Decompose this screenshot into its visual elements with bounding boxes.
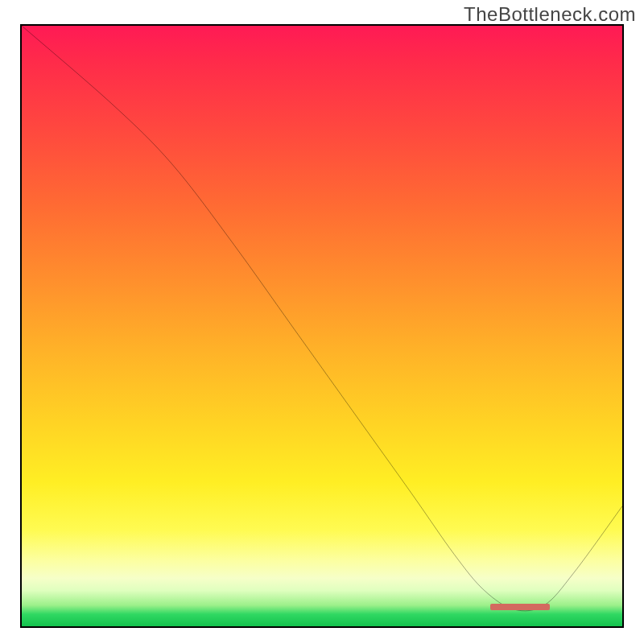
plot-area <box>20 24 624 628</box>
watermark-text: TheBottleneck.com <box>464 3 636 26</box>
bottleneck-curve <box>22 26 622 626</box>
chart-container: TheBottleneck.com <box>0 0 644 644</box>
curve-path <box>22 26 622 611</box>
optimal-range-marker <box>490 604 551 610</box>
